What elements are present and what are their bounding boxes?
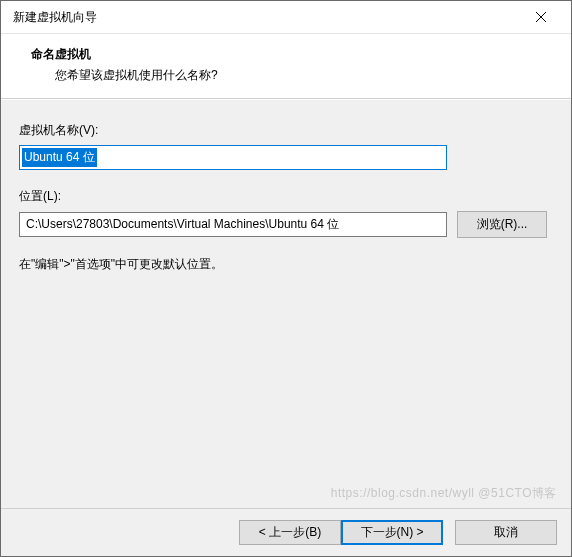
next-button[interactable]: 下一步(N) >	[341, 520, 443, 545]
browse-button[interactable]: 浏览(R)...	[457, 211, 547, 238]
cancel-button[interactable]: 取消	[455, 520, 557, 545]
location-label: 位置(L):	[19, 188, 553, 205]
page-subtitle: 您希望该虚拟机使用什么名称?	[55, 67, 553, 84]
wizard-window: 新建虚拟机向导 命名虚拟机 您希望该虚拟机使用什么名称? 虚拟机名称(V): U…	[0, 0, 572, 557]
close-icon	[536, 12, 546, 22]
vm-name-input[interactable]	[19, 145, 447, 170]
hint-text: 在"编辑">"首选项"中可更改默认位置。	[19, 256, 553, 273]
location-input[interactable]	[19, 212, 447, 237]
back-button[interactable]: < 上一步(B)	[239, 520, 341, 545]
vm-name-input-wrap: Ubuntu 64 位	[19, 145, 447, 170]
wizard-footer: < 上一步(B) 下一步(N) > 取消	[1, 508, 571, 556]
wizard-content: 虚拟机名称(V): Ubuntu 64 位 位置(L): 浏览(R)... 在"…	[1, 99, 571, 508]
window-title: 新建虚拟机向导	[13, 9, 521, 26]
titlebar: 新建虚拟机向导	[1, 1, 571, 34]
vm-name-label: 虚拟机名称(V):	[19, 122, 553, 139]
vm-name-row: Ubuntu 64 位	[19, 145, 553, 170]
location-row: 浏览(R)...	[19, 211, 553, 238]
page-title: 命名虚拟机	[31, 46, 553, 63]
close-button[interactable]	[521, 3, 561, 31]
wizard-header: 命名虚拟机 您希望该虚拟机使用什么名称?	[1, 34, 571, 99]
